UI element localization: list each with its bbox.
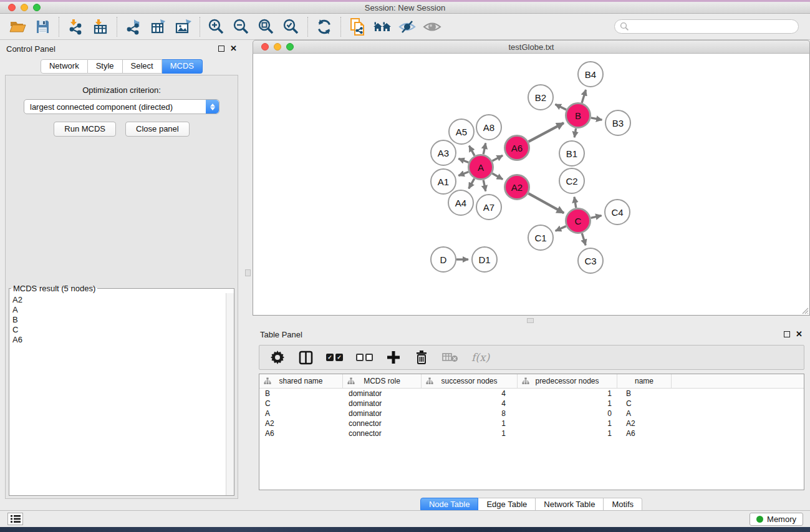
tab-style[interactable]: Style (88, 59, 123, 74)
edge-B-B2[interactable] (555, 104, 566, 110)
save-session-icon[interactable] (30, 16, 55, 38)
mcds-result-item[interactable]: C (12, 325, 226, 335)
edge-A-A5[interactable] (469, 146, 475, 156)
network-node-A8[interactable]: A8 (476, 114, 502, 140)
network-node-C[interactable]: C (565, 208, 591, 234)
close-panel-button[interactable]: Close panel (125, 122, 190, 137)
tab-mcds[interactable]: MCDS (162, 59, 203, 74)
edge-A2-C[interactable] (528, 193, 564, 213)
criterion-select[interactable]: largest connected component (directed) (24, 99, 219, 114)
divider-grip[interactable] (245, 269, 251, 276)
network-node-A3[interactable]: A3 (430, 140, 456, 166)
delete-column-icon[interactable] (414, 349, 429, 365)
network-node-B1[interactable]: B1 (559, 140, 585, 167)
edge-A-A4[interactable] (469, 178, 475, 188)
export-network-icon[interactable] (121, 16, 146, 38)
close-window-button[interactable] (8, 4, 16, 11)
network-node-A4[interactable]: A4 (448, 190, 474, 216)
table-row[interactable]: A6connector11A6 (259, 428, 804, 438)
edge-C-C2[interactable] (574, 197, 576, 208)
table-row[interactable]: Adominator80A (259, 409, 804, 418)
run-mcds-button[interactable]: Run MCDS (54, 122, 116, 137)
deselect-all-checkboxes-icon[interactable] (356, 349, 373, 365)
column-layout-icon[interactable] (298, 349, 313, 365)
network-node-D1[interactable]: D1 (471, 246, 498, 273)
network-node-C1[interactable]: C1 (528, 225, 554, 251)
edge-A-A1[interactable] (458, 172, 468, 176)
first-neighbors-icon[interactable] (370, 16, 395, 38)
mcds-result-item[interactable]: A (12, 305, 226, 315)
divider-grip[interactable] (527, 318, 534, 323)
import-table-icon[interactable] (88, 16, 113, 38)
mcds-result-item[interactable]: A6 (12, 335, 226, 345)
mcds-list-scrollbar[interactable] (226, 293, 234, 495)
close-network-button[interactable] (261, 43, 269, 51)
network-node-C4[interactable]: C4 (604, 199, 630, 225)
import-network-icon[interactable] (63, 16, 88, 38)
add-column-icon[interactable] (386, 349, 401, 365)
network-node-B2[interactable]: B2 (528, 84, 554, 110)
zoom-in-icon[interactable] (204, 16, 229, 38)
mcds-result-item[interactable]: A2 (12, 295, 226, 305)
task-history-button[interactable] (7, 513, 23, 525)
settings-gear-icon[interactable] (270, 349, 285, 365)
edge-C-C3[interactable] (582, 233, 586, 245)
function-builder-icon[interactable]: f(x) (471, 349, 489, 365)
zoom-network-button[interactable] (286, 43, 294, 51)
delete-table-icon[interactable] (442, 349, 458, 365)
export-image-icon[interactable] (171, 16, 196, 38)
network-node-B4[interactable]: B4 (577, 61, 604, 87)
network-node-B3[interactable]: B3 (605, 110, 631, 136)
network-node-D[interactable]: D (430, 246, 456, 273)
column-header-MCDS-role[interactable]: MCDS role (343, 374, 422, 388)
column-header-shared-name[interactable]: shared name (259, 374, 343, 388)
edge-C-C1[interactable] (556, 226, 566, 231)
network-node-A6[interactable]: A6 (504, 135, 530, 161)
edge-A-A3[interactable] (458, 158, 468, 162)
float-panel-icon[interactable] (218, 46, 224, 52)
network-node-A1[interactable]: A1 (430, 168, 456, 195)
duplicate-network-icon[interactable] (345, 16, 370, 38)
network-node-B[interactable]: B (565, 102, 591, 128)
minimize-network-button[interactable] (274, 43, 281, 51)
memory-button[interactable]: Memory (750, 513, 803, 526)
select-all-checkboxes-icon[interactable]: ✓✓ (326, 349, 343, 365)
node-table[interactable]: shared nameMCDS rolesuccessor nodesprede… (259, 374, 804, 490)
close-table-panel-icon[interactable]: ✕ (796, 331, 803, 337)
mcds-result-list[interactable]: A2ABCA6 (9, 293, 226, 495)
column-header-predecessor-nodes[interactable]: predecessor nodes (518, 374, 617, 388)
network-node-A5[interactable]: A5 (448, 118, 475, 145)
minimize-window-button[interactable] (21, 4, 28, 11)
column-header-successor-nodes[interactable]: successor nodes (422, 374, 518, 388)
table-row[interactable]: Cdominator41C (259, 399, 804, 409)
network-node-A7[interactable]: A7 (476, 194, 502, 220)
zoom-window-button[interactable] (33, 4, 41, 11)
edge-B-B4[interactable] (582, 90, 586, 103)
tab-network[interactable]: Network (41, 59, 88, 74)
edge-A-A8[interactable] (483, 143, 486, 155)
network-node-C2[interactable]: C2 (559, 168, 585, 194)
export-table-icon[interactable] (146, 16, 171, 38)
network-node-C3[interactable]: C3 (577, 248, 604, 274)
close-panel-icon[interactable]: ✕ (230, 46, 237, 52)
column-header-name[interactable]: name (617, 374, 672, 388)
refresh-icon[interactable] (312, 16, 337, 38)
edge-A-A7[interactable] (483, 180, 486, 191)
edge-B-B3[interactable] (591, 118, 602, 120)
network-node-A[interactable]: A (468, 154, 494, 180)
table-row[interactable]: Bdominator41B (259, 389, 804, 399)
resize-grip-icon[interactable] (801, 306, 809, 314)
panel-divider-horizontal[interactable] (253, 316, 810, 326)
hide-selected-icon[interactable] (395, 16, 420, 38)
table-row[interactable]: A2connector11A2 (259, 418, 804, 428)
zoom-selected-icon[interactable] (279, 16, 304, 38)
edge-C-C4[interactable] (591, 216, 602, 218)
edge-A-A6[interactable] (493, 155, 503, 161)
show-all-icon[interactable] (420, 16, 445, 38)
edge-A6-B[interactable] (529, 123, 564, 142)
float-table-panel-icon[interactable] (784, 331, 790, 337)
panel-divider-vertical[interactable] (243, 40, 253, 510)
edge-B-B1[interactable] (574, 128, 576, 138)
mcds-result-item[interactable]: B (12, 315, 226, 325)
network-canvas[interactable]: B4B2BB3A8A5A6A3B1AC2A1A2A4A7C4CC1DD1C3 (253, 54, 810, 316)
